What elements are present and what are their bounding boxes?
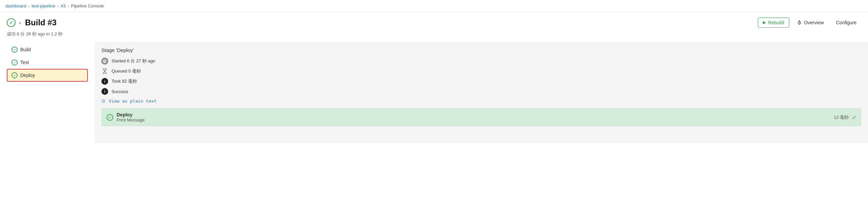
stages-panel: ✓ Build ✓ Test ✓ Deploy <box>7 42 88 143</box>
detail-queued-text: Queued 0 毫秒 <box>112 68 141 74</box>
build-status-text: 成功 6 分 28 秒 ago in 1.2 秒 <box>7 31 63 36</box>
detail-title: Stage 'Deploy' <box>101 47 861 53</box>
deploy-result-duration: 12 毫秒 <box>834 114 849 120</box>
stage-label-build: Build <box>20 47 31 52</box>
detail-row-started: Started 6 分 27 秒 ago <box>101 58 861 64</box>
deploy-result-left: ✓ Deploy Print Message <box>106 112 145 122</box>
hourglass-icon <box>101 68 108 75</box>
build-success-icon: ✓ <box>7 18 16 27</box>
view-plain-link[interactable]: View as plain text <box>109 99 156 104</box>
header-actions: Rebuild Overview Configure <box>758 18 861 28</box>
detail-took-text: Took 82 毫秒 <box>112 78 137 84</box>
build-title-area: ✓ ‹ Build #3 <box>7 18 56 27</box>
overview-label: Overview <box>804 20 824 25</box>
breadcrumb-sep-3: › <box>68 4 69 8</box>
breadcrumb-build-num[interactable]: #3 <box>61 3 66 8</box>
deploy-result-name: Deploy <box>117 112 145 117</box>
detail-success-text: Success <box>112 89 128 94</box>
play-icon <box>763 21 766 24</box>
breadcrumb-dashboard[interactable]: dashboard <box>5 3 26 8</box>
detail-row-queued: Queued 0 毫秒 <box>101 68 861 75</box>
rebuild-label: Rebuild <box>768 20 784 25</box>
stage-check-build: ✓ <box>11 47 18 53</box>
breadcrumb-sep-1: › <box>28 4 29 8</box>
breadcrumb-current: Pipeline Console <box>71 3 104 8</box>
main-content: ✓ Build ✓ Test ✓ Deploy Stage 'Deploy' S… <box>0 42 868 143</box>
expand-icon[interactable]: ⤢ <box>852 115 856 120</box>
breadcrumb-pipeline[interactable]: test-pipeline <box>31 3 55 8</box>
detail-row-took: i Took 82 毫秒 <box>101 78 861 85</box>
stage-label-deploy: Deploy <box>20 73 35 78</box>
clock-icon <box>101 58 108 64</box>
detail-row-success: i Success <box>101 88 861 95</box>
success-info-icon: i <box>101 88 108 95</box>
stage-check-test: ✓ <box>11 59 18 65</box>
stage-item-test[interactable]: ✓ Test <box>7 56 88 69</box>
build-subtitle: 成功 6 分 28 秒 ago in 1.2 秒 <box>0 30 868 42</box>
stage-label-test: Test <box>20 60 29 65</box>
page-title: Build #3 <box>25 18 56 27</box>
breadcrumb: dashboard › test-pipeline › #3 › Pipelin… <box>0 0 868 12</box>
deploy-result-info: Deploy Print Message <box>117 112 145 122</box>
stage-item-deploy[interactable]: ✓ Deploy <box>7 69 88 82</box>
stage-item-build[interactable]: ✓ Build <box>7 43 88 56</box>
overview-button[interactable]: Overview <box>792 18 828 27</box>
breadcrumb-sep-2: › <box>57 4 59 8</box>
overview-icon <box>797 20 802 25</box>
deploy-result-step: Print Message <box>117 117 145 122</box>
build-header: ✓ ‹ Build #3 Rebuild Overview Configure <box>0 12 868 30</box>
detail-row-view-plain: ⊙ View as plain text <box>101 98 861 104</box>
deploy-result-right: 12 毫秒 ⤢ <box>834 114 856 120</box>
took-icon: i <box>101 78 108 85</box>
link-icon: ⊙ <box>101 98 105 104</box>
detail-panel: Stage 'Deploy' Started 6 分 27 秒 ago Queu… <box>95 42 868 143</box>
stage-check-deploy: ✓ <box>11 72 18 78</box>
deploy-result-check: ✓ <box>106 114 113 121</box>
configure-button[interactable]: Configure <box>831 18 861 27</box>
back-arrow[interactable]: ‹ <box>19 19 21 26</box>
configure-label: Configure <box>836 20 857 25</box>
rebuild-button[interactable]: Rebuild <box>758 18 789 28</box>
deploy-result-box: ✓ Deploy Print Message 12 毫秒 ⤢ <box>101 108 861 126</box>
svg-point-0 <box>799 23 800 24</box>
detail-started-text: Started 6 分 27 秒 ago <box>112 58 155 64</box>
view-plain-label: View as plain text <box>109 99 156 104</box>
